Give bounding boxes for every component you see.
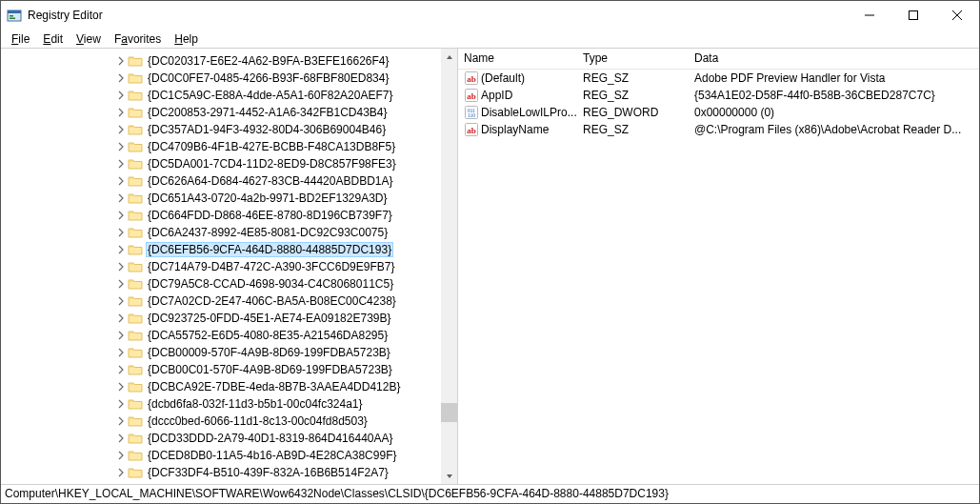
expand-chevron-icon[interactable]: [115, 348, 127, 357]
tree-item[interactable]: {DC664FDD-D868-46EE-8780-8D196CB739F7}: [1, 207, 457, 224]
expand-chevron-icon[interactable]: [115, 331, 127, 340]
expand-chevron-icon[interactable]: [115, 468, 127, 477]
folder-icon: [128, 105, 143, 120]
tree-item[interactable]: {DC7A02CD-2E47-406C-BA5A-B08EC00C4238}: [1, 292, 457, 310]
menu-favorites[interactable]: Favorites: [108, 31, 168, 47]
tree-pane: {DC020317-E6E2-4A62-B9FA-B3EFE16626F4}{D…: [1, 49, 458, 484]
expand-chevron-icon[interactable]: [115, 159, 127, 169]
tree-item[interactable]: {DCBCA92E-7DBE-4eda-8B7B-3AAEA4DD412B}: [1, 378, 457, 395]
expand-chevron-icon[interactable]: [115, 451, 127, 460]
folder-icon: [128, 122, 143, 137]
menu-file[interactable]: File: [5, 31, 36, 47]
expand-chevron-icon[interactable]: [115, 313, 127, 323]
column-header-type[interactable]: Type: [577, 49, 689, 69]
folder-icon: [128, 71, 143, 86]
menu-edit[interactable]: Edit: [36, 31, 70, 47]
close-button[interactable]: [935, 1, 979, 30]
minimize-button[interactable]: [848, 1, 891, 30]
scroll-up-button[interactable]: [441, 49, 457, 65]
value-row[interactable]: (Default)REG_SZAdobe PDF Preview Handler…: [458, 70, 979, 87]
tree-item[interactable]: {DC5DA001-7CD4-11D2-8ED9-D8C857F98FE3}: [1, 155, 457, 172]
scroll-thumb[interactable]: [441, 403, 457, 422]
value-row[interactable]: DisplayNameREG_SZ@C:\Program Files (x86)…: [458, 121, 979, 138]
folder-icon: [128, 345, 143, 360]
expand-chevron-icon[interactable]: [115, 211, 127, 220]
expand-chevron-icon[interactable]: [115, 296, 127, 306]
value-type: REG_SZ: [577, 89, 689, 102]
expand-chevron-icon[interactable]: [115, 433, 127, 443]
expand-chevron-icon[interactable]: [115, 365, 127, 374]
expand-chevron-icon[interactable]: [115, 73, 127, 83]
tree-item[interactable]: {DC1C5A9C-E88A-4dde-A5A1-60F82A20AEF7}: [1, 87, 457, 104]
tree-item[interactable]: {DC714A79-D4B7-472C-A390-3FCC6D9E9FB7}: [1, 258, 457, 275]
tree-item[interactable]: {DC79A5C8-CCAD-4698-9034-C4C8068011C5}: [1, 275, 457, 292]
tree-item[interactable]: {DC651A43-0720-4a2b-9971-BD2EF1329A3D}: [1, 190, 457, 207]
expand-chevron-icon[interactable]: [115, 125, 127, 134]
list-body[interactable]: (Default)REG_SZAdobe PDF Preview Handler…: [458, 70, 979, 138]
expand-chevron-icon[interactable]: [115, 416, 127, 426]
scroll-down-button[interactable]: [441, 468, 457, 484]
expand-chevron-icon[interactable]: [115, 193, 127, 203]
folder-icon: [128, 53, 143, 69]
tree-item[interactable]: {DC4709B6-4F1B-427E-BCBB-F48CA13DB8F5}: [1, 138, 457, 155]
tree-item[interactable]: {DCA55752-E6D5-4080-8E35-A21546DA8295}: [1, 327, 457, 344]
folder-icon: [128, 448, 143, 463]
tree-item[interactable]: {DCB00009-570F-4A9B-8D69-199FDBA5723B}: [1, 344, 457, 361]
menu-help[interactable]: Help: [168, 31, 205, 47]
tree-item[interactable]: {DC6A2437-8992-4E85-8081-DC92C93C0075}: [1, 224, 457, 241]
tree-item[interactable]: {DCF33DF4-B510-439F-832A-16B6B514F2A7}: [1, 464, 457, 481]
svg-rect-1: [8, 10, 21, 13]
column-header-data[interactable]: Data: [689, 49, 979, 69]
value-name: DisplayName: [481, 123, 549, 136]
value-row[interactable]: AppIDREG_SZ{534A1E02-D58F-44f0-B58B-36CB…: [458, 87, 979, 104]
string-value-icon: [464, 122, 479, 137]
value-name: DisableLowILPro...: [481, 106, 577, 119]
tree-item[interactable]: {DC0C0FE7-0485-4266-B93F-68FBF80ED834}: [1, 70, 457, 87]
tree-item-label: {DC626A64-D684-4627-83CB-44420ABDBD1A}: [146, 174, 395, 188]
tree-item[interactable]: {DC6EFB56-9CFA-464D-8880-44885D7DC193}: [1, 241, 457, 258]
string-value-icon: [464, 71, 479, 86]
svg-rect-5: [910, 11, 918, 20]
tree-item[interactable]: {DC357AD1-94F3-4932-80D4-306B69004B46}: [1, 121, 457, 138]
value-type: REG_SZ: [577, 71, 689, 85]
tree-item[interactable]: {DC200853-2971-4452-A1A6-342FB1CD43B4}: [1, 104, 457, 121]
expand-chevron-icon[interactable]: [115, 91, 127, 100]
tree-item-label: {DC1C5A9C-E88A-4dde-A5A1-60F82A20AEF7}: [146, 89, 394, 102]
content-area: {DC020317-E6E2-4A62-B9FA-B3EFE16626F4}{D…: [1, 49, 979, 484]
tree-item[interactable]: {dcbd6fa8-032f-11d3-b5b1-00c04fc324a1}: [1, 395, 457, 413]
column-header-name[interactable]: Name: [458, 49, 577, 69]
tree-item-label: {DC5DA001-7CD4-11D2-8ED9-D8C857F98FE3}: [146, 157, 398, 171]
scroll-track[interactable]: [441, 65, 457, 468]
value-row[interactable]: DisableLowILPro...REG_DWORD0x00000000 (0…: [458, 104, 979, 121]
expand-chevron-icon[interactable]: [115, 245, 127, 254]
tree-item[interactable]: {DC626A64-D684-4627-83CB-44420ABDBD1A}: [1, 172, 457, 190]
tree-item[interactable]: {DC923725-0FDD-45E1-AE74-EA09182E739B}: [1, 310, 457, 327]
tree-item[interactable]: {DCB00C01-570F-4A9B-8D69-199FDBA5723B}: [1, 361, 457, 378]
expand-chevron-icon[interactable]: [115, 279, 127, 289]
tree-item-label: {DC6EFB56-9CFA-464D-8880-44885D7DC193}: [146, 242, 393, 257]
tree-item[interactable]: {dccc0bed-6066-11d1-8c13-00c04fd8d503}: [1, 413, 457, 430]
tree-item-label: {DCBCA92E-7DBE-4eda-8B7B-3AAEA4DD412B}: [146, 380, 402, 393]
expand-chevron-icon[interactable]: [115, 399, 127, 409]
menu-view[interactable]: View: [70, 31, 108, 47]
maximize-button[interactable]: [891, 1, 935, 30]
tree-item-label: {DC923725-0FDD-45E1-AE74-EA09182E739B}: [146, 312, 393, 325]
expand-chevron-icon[interactable]: [115, 56, 127, 66]
expand-chevron-icon[interactable]: [115, 382, 127, 392]
expand-chevron-icon[interactable]: [115, 142, 127, 151]
tree-item[interactable]: {DCED8DB0-11A5-4b16-AB9D-4E28CA38C99F}: [1, 447, 457, 464]
expand-chevron-icon[interactable]: [115, 108, 127, 117]
expand-chevron-icon[interactable]: [115, 228, 127, 237]
folder-icon: [128, 276, 143, 292]
folder-icon: [128, 431, 143, 446]
tree-scrollbar[interactable]: [441, 49, 457, 484]
tree-item[interactable]: {DCD33DDD-2A79-40D1-8319-864D416440AA}: [1, 430, 457, 447]
registry-tree[interactable]: {DC020317-E6E2-4A62-B9FA-B3EFE16626F4}{D…: [1, 49, 457, 481]
value-type: REG_SZ: [577, 123, 689, 136]
expand-chevron-icon[interactable]: [115, 176, 127, 186]
expand-chevron-icon[interactable]: [115, 262, 127, 272]
tree-item[interactable]: {DC020317-E6E2-4A62-B9FA-B3EFE16626F4}: [1, 52, 457, 70]
value-data: Adobe PDF Preview Handler for Vista: [689, 71, 979, 85]
folder-icon: [128, 328, 143, 343]
folder-icon: [128, 465, 143, 480]
